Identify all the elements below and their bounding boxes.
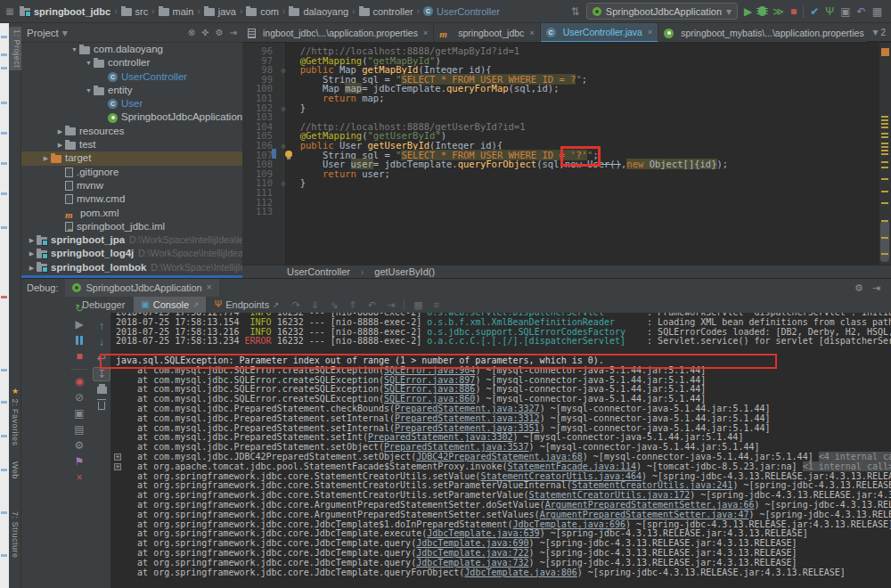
view-breakpoints-button[interactable]: ◉ [68,373,91,389]
view-threads-button[interactable]: ≡ [429,299,444,310]
resume-button[interactable]: ▶ [68,316,91,332]
breadcrumb-item[interactable]: springboot_jdbc [34,6,110,17]
warning-stripe-mark[interactable] [881,153,888,155]
tree-row[interactable]: ▼com.dalaoyang [21,43,242,56]
console-link[interactable]: PreparedStatement.java:3537 [384,442,529,452]
chevron-down-icon[interactable]: ▾ [62,27,68,39]
breadcrumb-item[interactable]: controller [373,6,413,17]
console-link[interactable]: JdbcTemplate.java:696 [513,519,625,529]
pause-button[interactable] [68,332,91,348]
mute-breakpoints-button[interactable]: ⊘ [68,389,91,405]
tree-arrow-icon[interactable]: ▶ [27,261,37,274]
editor-tab[interactable]: springboot_jdbc× [434,23,540,43]
tree-arrow-icon[interactable]: ▶ [41,151,51,165]
collapse-all-icon[interactable]: ⊗ [188,28,195,37]
fold-expand-icon[interactable]: + [114,453,121,461]
warning-stripe-mark[interactable] [881,220,888,222]
editor-tab[interactable]: UserController.java× [541,23,659,43]
warning-stripe-mark[interactable] [881,178,888,180]
locate-file-icon[interactable]: ✜ [201,28,208,37]
console-link[interactable]: PreparedStatement.java:3351 [395,423,540,433]
breadcrumb[interactable]: springboot_jdbc›src›main›java›com›dalaoy… [20,6,500,17]
vcs-rollback-icon[interactable]: ↶ [857,5,866,18]
tree-row[interactable]: ▶resources [21,125,242,138]
breadcrumb-class[interactable]: UserController [287,266,350,277]
drop-frame-button[interactable]: ↶ [364,299,380,311]
warning-stripe-mark[interactable] [881,146,888,148]
warning-stripe-mark[interactable] [881,143,888,144]
tree-row[interactable]: ▼controller [21,56,242,69]
tool-window-tab-web[interactable]: Web [11,461,20,479]
warning-stripe-mark[interactable] [881,127,888,128]
warning-stripe-mark[interactable] [881,202,888,204]
tree-row[interactable]: UserController [21,70,242,84]
close-button[interactable]: × [68,470,91,486]
tree-arrow-icon[interactable]: ▼ [84,56,94,69]
step-into-button[interactable]: ⇓ [307,299,323,311]
warning-stripe-mark[interactable] [881,116,888,118]
restore-layout-button[interactable]: ▤ [68,421,91,437]
console-link[interactable]: StatementFacade.java:114 [508,461,637,471]
tool-window-tab-project[interactable]: 1: Project [9,27,21,70]
close-icon[interactable]: × [207,282,212,294]
run-configuration-select[interactable]: SpringbootJdbcApplication ▾ [586,3,738,20]
tree-row[interactable]: ▶springboot_jpaD:\WorkSpace\IntellijIdea… [21,233,242,247]
run-button[interactable]: ▶ [744,5,752,18]
warning-stripe-mark[interactable] [881,167,888,168]
next-occurrence-button[interactable]: ↓ [91,334,112,350]
console-link[interactable]: ArgumentPreparedStatementSetter.java:66 [545,500,755,510]
stop-button[interactable]: ■ [790,5,797,18]
hide-panel-icon[interactable]: ⇥ [872,282,880,294]
console-link[interactable]: JdbcTemplate.java:722 [416,548,528,558]
tree-row[interactable]: ▶springboot_lombokD:\WorkSpace\IntellijI… [21,261,242,274]
warning-stripe-mark[interactable] [881,191,888,192]
tree-arrow-icon[interactable]: ▶ [27,247,37,260]
evaluate-button[interactable]: ▦ [409,299,427,311]
tree-row[interactable]: SpringbootJdbcApplication [21,110,242,124]
warning-stripe-mark[interactable] [881,253,888,255]
hidden-tabs-indicator[interactable]: ▾ 2 [867,23,891,42]
editor-tab[interactable]: springboot_mybatis\...\application.prope… [658,23,880,43]
scroll-to-end-button[interactable]: ↧ [93,367,110,381]
pin-button[interactable]: ⚑ [68,453,91,470]
console-link[interactable]: PreparedStatement.java:3312 [395,413,540,423]
print-button[interactable] [91,382,112,398]
console-link[interactable]: JDBC42PreparedStatement.java:68 [416,452,583,461]
breadcrumb-item[interactable]: src [135,6,149,17]
tree-arrow-icon[interactable]: ▼ [69,43,79,56]
vcs-branch-icon[interactable]: Ψ [825,5,834,18]
warning-stripe-mark[interactable] [881,133,888,135]
warning-stripe-mark[interactable] [881,136,888,138]
fold-expand-icon[interactable]: + [114,463,121,470]
breadcrumb-item[interactable]: dalaoyang [303,6,348,17]
hide-panel-icon[interactable]: ⇥ [230,28,237,37]
debug-tab-endpoints[interactable]: ΨEndpoints↗ [208,297,286,313]
warning-stripe-mark[interactable] [881,150,888,151]
settings-button[interactable]: ⚙ [68,437,91,453]
get-thread-dump-button[interactable]: ▣ [68,405,91,421]
breadcrumb-item[interactable]: java [218,6,236,17]
close-icon[interactable]: × [423,29,428,37]
error-stripe[interactable] [879,43,891,265]
console-link[interactable]: JdbcTemplate.java:639 [427,528,539,538]
debug-tab-console[interactable]: ▣Console↗ [134,297,206,313]
tree-arrow-icon[interactable]: ▶ [55,125,65,138]
console-link[interactable]: StatementCreatorUtils.java:464 [480,471,642,481]
breadcrumb-item[interactable]: com [260,6,279,17]
close-icon[interactable]: × [529,29,534,37]
stop-button[interactable]: ■ [68,348,91,364]
window-layout-icon[interactable]: ▦ [872,5,882,18]
console-link[interactable]: SQLError.java:860 [384,394,475,404]
editor-tab[interactable]: ingboot_jdbc\...\application.properties× [242,23,434,43]
rerun-button[interactable]: ↻ [68,300,91,316]
close-icon[interactable]: × [648,28,652,37]
breadcrumb-method[interactable]: getUserById() [374,266,435,277]
warning-stripe-mark[interactable] [881,119,888,121]
diff-settings-icon[interactable]: ⇅ [571,5,580,18]
debug-button[interactable] [758,6,766,16]
tree-row[interactable]: pom.xml [21,207,242,220]
console-link[interactable]: StatementCreatorUtils.java:172 [529,490,691,500]
console-link[interactable]: ArgumentPreparedStatementSetter.java:47 [540,510,749,519]
tree-row[interactable]: .gitignore [21,166,242,179]
console-link[interactable]: StatementCreatorUtils.java:241 [572,480,733,490]
